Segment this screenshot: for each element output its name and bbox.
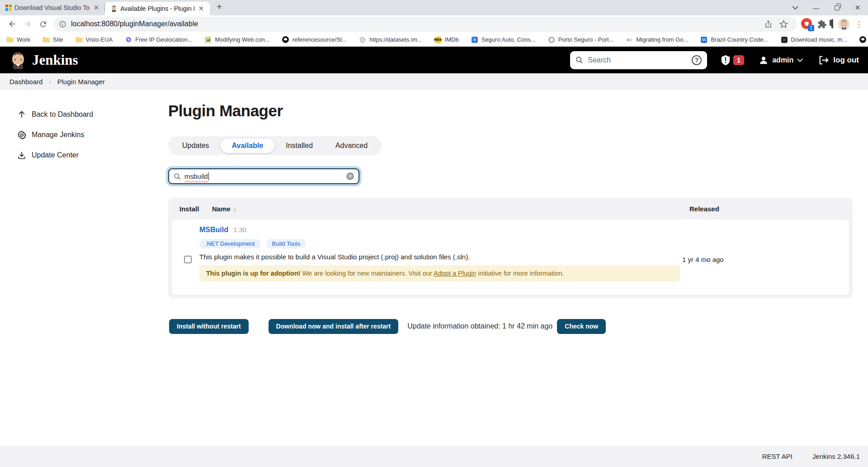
available-plugins-table: Install Name ↓ Released MSBuild 1.30 .NE… <box>168 198 853 298</box>
bookmark-porto-seguro[interactable]: Porto Seguro - Port... <box>548 36 614 43</box>
install-without-restart-button[interactable]: Install without restart <box>169 319 249 334</box>
main-panel: Plugin Manager Updates Available Install… <box>168 90 853 446</box>
tab-close-icon[interactable]: ✕ <box>92 4 100 12</box>
reload-button[interactable] <box>35 16 51 32</box>
tab-available[interactable]: Available <box>221 138 275 153</box>
breadcrumb-dashboard[interactable]: Dashboard <box>9 78 42 86</box>
bookmark-geolocation[interactable]: Free IP Geolocation... <box>125 36 192 43</box>
bookmark-curated[interactable]: curated-programmi... <box>859 36 868 43</box>
bookmark-work[interactable]: Work <box>6 36 30 43</box>
plugin-released-date: 1 yr 4 mo ago <box>682 256 724 263</box>
column-header-name[interactable]: Name <box>212 205 231 213</box>
bookmark-seguro-auto[interactable]: SSeguro Auto, Cons... <box>471 36 536 43</box>
clear-filter-icon[interactable]: ✕ <box>346 172 354 180</box>
bookmark-imdb[interactable]: IMDbIMDb <box>434 36 459 43</box>
side-panel-icon[interactable] <box>831 20 833 28</box>
new-tab-button[interactable]: + <box>213 1 225 13</box>
user-icon <box>759 55 769 65</box>
breadcrumb-separator-icon: › <box>49 78 51 85</box>
bookmark-site[interactable]: Site <box>42 36 63 43</box>
share-icon[interactable] <box>760 16 776 32</box>
tab-updates[interactable]: Updates <box>171 138 221 153</box>
table-header: Install Name ↓ Released <box>168 198 853 219</box>
column-header-released: Released <box>689 205 853 213</box>
window-menu-chevron-icon[interactable] <box>785 0 806 15</box>
url-text[interactable]: localhost:8080/pluginManager/available <box>71 20 760 28</box>
bookmark-download-music[interactable]: ♪Download music, m... <box>781 36 847 43</box>
column-header-install: Install <box>179 205 200 213</box>
adoption-text: We are looking for new maintainers. Visi… <box>301 270 434 277</box>
logout-button[interactable]: log out <box>818 55 859 65</box>
bookmark-star-icon[interactable] <box>776 16 791 32</box>
sort-descending-icon[interactable]: ↓ <box>233 205 236 212</box>
pin-icon <box>125 36 132 43</box>
adoption-notice: This plugin is up for adoption! We are l… <box>199 265 680 281</box>
globe-icon <box>359 36 366 43</box>
bookmark-migrating[interactable]: <>Migrating from Go... <box>626 36 689 43</box>
bookmark-datasets[interactable]: https://datasets.im... <box>359 36 422 43</box>
update-info-status: Update information obtained: 1 hr 42 min… <box>407 322 552 330</box>
sidebar-item-update-center[interactable]: Update Center <box>17 148 154 162</box>
tab-advanced[interactable]: Advanced <box>324 138 379 153</box>
plugin-name-link[interactable]: MSBuild <box>199 226 228 234</box>
browser-tab-2-active[interactable]: Available Plugins - Plugin Manag ✕ <box>105 2 210 15</box>
extension-ublock-icon[interactable]: 1 <box>801 18 813 30</box>
tag-dotnet-development[interactable]: .NET Development <box>199 239 261 248</box>
gear-icon <box>17 130 27 140</box>
check-now-button[interactable]: Check now <box>557 319 606 334</box>
forward-button[interactable] <box>20 16 35 32</box>
window-close-button[interactable]: ✕ <box>847 0 868 15</box>
search-icon <box>174 173 181 180</box>
jenkins-version: Jenkins 2.346.1 <box>812 453 860 460</box>
bookmark-brazil-codes[interactable]: CCBrazil Country Code... <box>700 36 768 43</box>
breadcrumb: Dashboard › Plugin Manager <box>0 73 868 90</box>
bookmark-modifying-web[interactable]: Modifying Web.con... <box>204 36 269 43</box>
plugin-filter-input[interactable]: msbuild ✕ <box>168 168 359 184</box>
tab-installed[interactable]: Installed <box>274 138 324 153</box>
user-menu[interactable]: admin <box>759 55 803 65</box>
download-icon <box>17 150 27 160</box>
footer: REST API Jenkins 2.346.1 <box>0 446 868 467</box>
adoption-bold-text: This plugin is up for adoption! <box>206 270 301 277</box>
text-caret <box>208 172 209 181</box>
search-help-icon[interactable]: ? <box>692 55 702 65</box>
tab-title: Download Visual Studio Tools - In <box>14 4 90 11</box>
bookmark-visto-eua[interactable]: Visto-EUA <box>75 36 113 43</box>
action-bar: Install without restart Download now and… <box>169 319 606 334</box>
install-checkbox[interactable] <box>184 256 192 263</box>
browser-tab-1[interactable]: Download Visual Studio Tools - In ✕ <box>0 0 105 15</box>
adoption-tail: initiative for more information. <box>476 270 564 277</box>
adopt-a-plugin-link[interactable]: Adopt a Plugin <box>434 270 476 277</box>
back-button[interactable] <box>5 16 20 32</box>
page-icon <box>204 36 212 43</box>
window-restore-button[interactable] <box>826 0 847 15</box>
arrow-up-icon <box>17 110 27 119</box>
sidebar-item-back-to-dashboard[interactable]: Back to Dashboard <box>17 108 154 121</box>
profile-avatar[interactable] <box>838 18 850 30</box>
jenkins-favicon-icon <box>110 5 118 12</box>
window-minimize-button[interactable]: — <box>806 0 826 15</box>
url-bar[interactable]: localhost:8080/pluginManager/available <box>53 17 797 32</box>
jenkins-home-link[interactable]: Jenkins <box>9 51 78 70</box>
jenkins-header: Jenkins Search ? 1 admin log out <box>0 47 868 73</box>
extensions-puzzle-icon[interactable] <box>817 19 827 29</box>
tab-title: Available Plugins - Plugin Manag <box>120 5 194 12</box>
sidebar-item-manage-jenkins[interactable]: Manage Jenkins <box>17 128 154 142</box>
breadcrumb-plugin-manager[interactable]: Plugin Manager <box>57 78 105 86</box>
cc-icon: CC <box>700 36 708 43</box>
imdb-icon: IMDb <box>434 36 442 43</box>
logout-label: log out <box>833 56 859 65</box>
bookmark-referencesource[interactable]: referencesource/St... <box>282 36 347 43</box>
tag-build-tools[interactable]: Build Tools <box>266 239 307 248</box>
plugin-description: This plugin makes it possible to build a… <box>199 253 683 261</box>
sidebar-item-label: Manage Jenkins <box>32 131 85 139</box>
tab-close-icon[interactable]: ✕ <box>197 5 205 13</box>
download-install-after-restart-button[interactable]: Download now and install after restart <box>269 319 399 334</box>
chrome-menu-icon[interactable]: ⋮ <box>854 19 863 29</box>
rest-api-link[interactable]: REST API <box>762 453 793 460</box>
site-info-icon[interactable] <box>59 20 66 28</box>
plugin-row-msbuild: MSBuild 1.30 .NET Development Build Tool… <box>172 219 849 295</box>
header-search-box[interactable]: Search ? <box>570 51 707 69</box>
security-warnings-button[interactable]: 1 <box>721 55 744 66</box>
browser-toolbar: localhost:8080/pluginManager/available 1… <box>0 15 868 33</box>
